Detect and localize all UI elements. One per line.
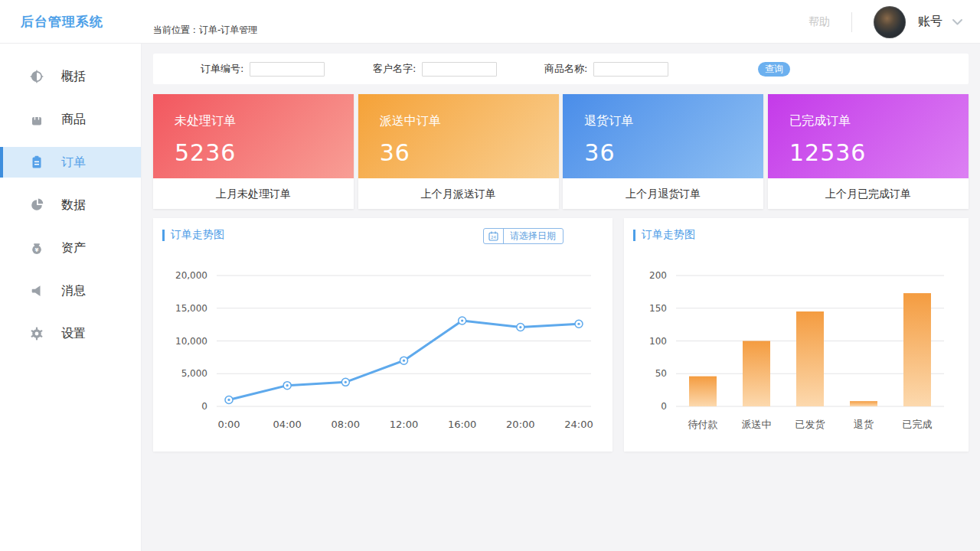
svg-text:待付款: 待付款 — [688, 419, 718, 430]
stat-card-returns: 退货订单 36 上个月退货订单 — [563, 94, 763, 209]
svg-text:100: 100 — [649, 336, 667, 347]
sidebar-item-label: 商品 — [61, 112, 86, 128]
svg-text:0:00: 0:00 — [217, 419, 240, 430]
line-chart-panel: 订单走势图 24 请选择日期 05,00010,00015,00020,0000… — [153, 218, 612, 452]
stat-card-title: 派送中订单 — [380, 113, 559, 129]
sidebar-item-label: 数据 — [61, 197, 86, 214]
svg-text:已完成: 已完成 — [903, 419, 933, 430]
svg-text:20,000: 20,000 — [175, 270, 207, 281]
sidebar-item-label: 概括 — [61, 69, 86, 85]
product-name-input[interactable] — [593, 62, 668, 77]
svg-text:200: 200 — [649, 270, 667, 281]
svg-text:退货: 退货 — [854, 419, 874, 430]
top-header: 后台管理系统 当前位置：订单-订单管理 帮助 账号 — [0, 0, 980, 44]
svg-text:24: 24 — [491, 235, 496, 240]
stat-card-value: 5236 — [175, 139, 354, 166]
svg-text:04:00: 04:00 — [273, 419, 301, 430]
sidebar-item-settings[interactable]: 设置 — [0, 318, 141, 349]
stat-cards-row: 未处理订单 5236 上月未处理订单 派送中订单 36 上个月派送订单 退货订单… — [153, 94, 969, 209]
sidebar-item-data[interactable]: 数据 — [0, 190, 141, 220]
order-number-input[interactable] — [250, 62, 325, 77]
shopping-bag-icon — [29, 112, 44, 127]
svg-text:150: 150 — [649, 303, 667, 314]
header-divider — [851, 12, 852, 32]
svg-text:派送中: 派送中 — [742, 419, 772, 430]
order-number-label: 订单编号: — [201, 62, 243, 76]
stat-card-top: 派送中订单 36 — [358, 94, 559, 178]
search-panel: 订单编号: 客户名字: 商品名称: 查询 — [153, 54, 969, 84]
charts-row: 订单走势图 24 请选择日期 05,00010,00015,00020,0000… — [153, 218, 969, 452]
sidebar-item-products[interactable]: 商品 — [0, 104, 141, 135]
stat-card-footer: 上个月退货订单 — [563, 178, 763, 209]
svg-text:16:00: 16:00 — [448, 419, 476, 430]
customer-name-field-group: 客户名字: — [373, 54, 497, 84]
header-right: 帮助 账号 — [808, 0, 963, 44]
stat-card-delivering: 派送中订单 36 上个月派送订单 — [358, 94, 559, 209]
stat-card-title: 未处理订单 — [175, 113, 354, 129]
bar-chart-header: 订单走势图 — [624, 218, 969, 242]
chevron-down-icon[interactable] — [952, 18, 963, 26]
svg-text:0: 0 — [201, 401, 207, 412]
stat-card-top: 已完成订单 12536 — [768, 94, 969, 178]
pie-chart-icon — [29, 197, 44, 213]
svg-text:24:00: 24:00 — [564, 419, 593, 430]
stat-card-value: 12536 — [789, 139, 969, 166]
product-name-label: 商品名称: — [544, 62, 587, 76]
app-logo[interactable]: 后台管理系统 — [21, 13, 103, 31]
sidebar: 概括 商品 订单 数据 — [0, 44, 142, 551]
product-name-field-group: 商品名称: — [544, 54, 668, 84]
help-link[interactable]: 帮助 — [808, 15, 830, 29]
sidebar-item-overview[interactable]: 概括 — [0, 61, 141, 92]
line-chart: 05,00010,00015,00020,0000:0004:0008:0012… — [159, 260, 603, 440]
customer-name-input[interactable] — [422, 62, 497, 77]
svg-text:5,000: 5,000 — [181, 368, 207, 379]
bar-chart-title: 订单走势图 — [642, 228, 695, 242]
svg-text:已发货: 已发货 — [795, 419, 825, 430]
stat-card-unprocessed: 未处理订单 5236 上月未处理订单 — [153, 94, 354, 209]
stat-card-title: 退货订单 — [584, 113, 763, 129]
stat-card-footer: 上个月派送订单 — [358, 178, 559, 209]
line-chart-title: 订单走势图 — [171, 228, 224, 242]
stat-card-completed: 已完成订单 12536 上个月已完成订单 — [768, 94, 969, 209]
customer-name-label: 客户名字: — [373, 62, 416, 76]
gear-icon — [29, 326, 44, 341]
svg-text:50: 50 — [655, 368, 667, 379]
stat-card-footer: 上月未处理订单 — [153, 178, 354, 209]
bar-chart-panel: 订单走势图 050100150200待付款派送中已发货退货已完成 — [624, 218, 969, 452]
calendar-icon: 24 — [488, 231, 498, 241]
date-picker-label: 请选择日期 — [510, 230, 556, 243]
stat-card-value: 36 — [584, 139, 763, 166]
stat-card-title: 已完成订单 — [789, 113, 969, 129]
svg-text:20:00: 20:00 — [506, 419, 534, 430]
bar-chart: 050100150200待付款派送中已发货退货已完成 — [630, 260, 959, 440]
title-accent-bar — [633, 230, 635, 241]
svg-text:0: 0 — [661, 401, 667, 412]
date-picker[interactable]: 24 请选择日期 — [483, 228, 564, 244]
stat-card-value: 36 — [380, 139, 559, 166]
avatar[interactable] — [874, 6, 906, 38]
svg-text:¥: ¥ — [35, 247, 39, 253]
sidebar-item-label: 订单 — [61, 155, 86, 171]
overview-icon — [29, 69, 44, 84]
svg-text:15,000: 15,000 — [175, 303, 207, 314]
breadcrumb: 当前位置：订单-订单管理 — [153, 24, 257, 37]
sidebar-item-assets[interactable]: ¥ 资产 — [0, 233, 141, 263]
main-content: 订单编号: 客户名字: 商品名称: 查询 未处理订单 5236 上月未处理订单 — [153, 54, 969, 452]
sidebar-item-orders[interactable]: 订单 — [0, 147, 141, 178]
sidebar-item-label: 消息 — [61, 283, 86, 299]
speaker-icon — [29, 283, 44, 298]
money-bag-icon: ¥ — [29, 240, 44, 256]
sidebar-item-label: 资产 — [61, 240, 86, 256]
stat-card-top: 退货订单 36 — [563, 94, 763, 178]
sidebar-item-label: 设置 — [61, 326, 86, 342]
stat-card-footer: 上个月已完成订单 — [768, 178, 969, 209]
clipboard-icon — [29, 155, 44, 170]
sidebar-item-messages[interactable]: 消息 — [0, 276, 141, 306]
search-button[interactable]: 查询 — [758, 62, 790, 77]
svg-text:12:00: 12:00 — [390, 419, 418, 430]
stat-card-top: 未处理订单 5236 — [153, 94, 354, 178]
title-accent-bar — [162, 230, 165, 241]
svg-text:08:00: 08:00 — [332, 419, 360, 430]
account-label[interactable]: 账号 — [918, 14, 942, 30]
svg-text:10,000: 10,000 — [175, 336, 207, 347]
